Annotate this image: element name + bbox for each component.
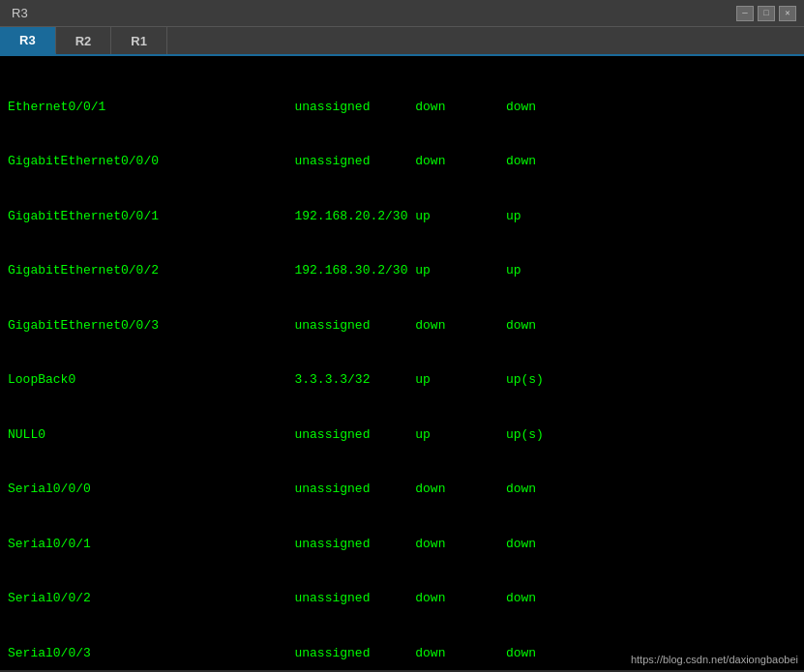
terminal: Ethernet0/0/1 unassigned down down Gigab… [0,56,804,670]
tab-bar: R3 R2 R1 [0,27,804,56]
title-bar-text: R3 [8,6,28,20]
terminal-line-3: GigabitEthernet0/0/1 192.168.20.2/30 up … [8,208,796,226]
terminal-line-6: LoopBack0 3.3.3.3/32 up up(s) [8,371,796,390]
terminal-line-9: Serial0/0/1 unassigned down down [8,536,796,554]
tab-r1[interactable]: R1 [111,27,167,54]
close-button[interactable]: ✕ [779,6,796,21]
tab-r3[interactable]: R3 [0,27,56,54]
tab-r2[interactable]: R2 [56,27,112,54]
terminal-line-5: GigabitEthernet0/0/3 unassigned down dow… [8,317,796,336]
terminal-line-2: GigabitEthernet0/0/0 unassigned down dow… [8,153,796,171]
terminal-line-8: Serial0/0/0 unassigned down down [8,481,796,499]
title-bar-controls: — □ ✕ [736,6,796,21]
maximize-button[interactable]: □ [758,6,775,21]
terminal-line-1: Ethernet0/0/1 unassigned down down [8,99,796,117]
watermark: https://blog.csdn.net/daxiongbaobei [625,651,804,670]
terminal-line-4: GigabitEthernet0/0/2 192.168.30.2/30 up … [8,262,796,280]
minimize-button[interactable]: — [736,6,754,21]
terminal-line-10: Serial0/0/2 unassigned down down [8,590,796,608]
title-bar: R3 — □ ✕ [0,0,804,27]
terminal-line-7: NULL0 unassigned up up(s) [8,426,796,445]
